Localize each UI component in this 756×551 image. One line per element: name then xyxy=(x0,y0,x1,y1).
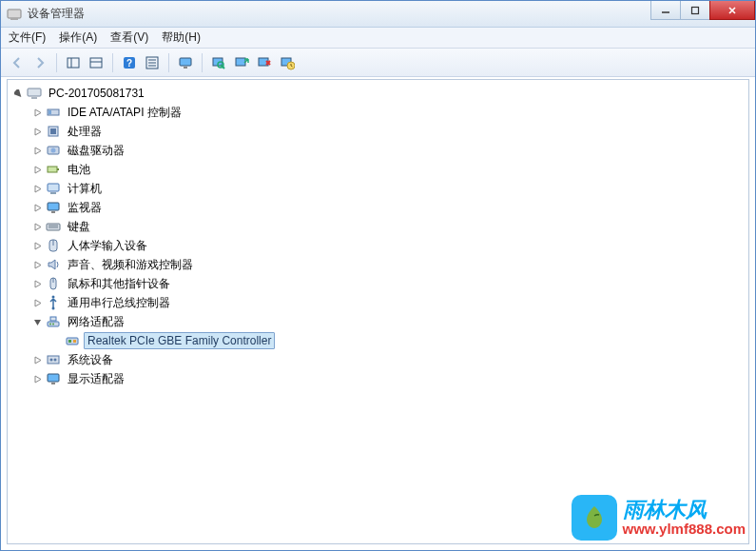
expander-closed-icon[interactable] xyxy=(30,163,44,176)
expander-closed-icon[interactable] xyxy=(30,258,44,271)
monitor-button[interactable] xyxy=(175,52,196,73)
tree-node[interactable]: 通用串行总线控制器 xyxy=(29,293,748,312)
svg-rect-35 xyxy=(51,211,55,213)
expander-closed-icon[interactable] xyxy=(30,353,44,366)
svg-rect-33 xyxy=(50,192,56,194)
svg-point-46 xyxy=(49,324,51,325)
maximize-button[interactable] xyxy=(680,1,710,20)
svg-rect-14 xyxy=(180,58,191,66)
svg-rect-32 xyxy=(48,184,59,191)
expander-closed-icon[interactable] xyxy=(30,220,44,233)
tree-node[interactable]: 处理器 xyxy=(29,122,748,141)
svg-point-54 xyxy=(54,359,57,362)
tree-node-label: 处理器 xyxy=(65,123,105,141)
tree-leaf[interactable]: Realtek PCIe GBE Family Controller xyxy=(48,331,748,350)
tree-node[interactable]: 显示适配器 xyxy=(29,369,748,388)
toolbar-sep xyxy=(112,53,113,72)
props-button[interactable] xyxy=(142,52,163,73)
audio-icon xyxy=(46,257,61,272)
tree-node-label: 监视器 xyxy=(65,199,105,217)
svg-rect-49 xyxy=(67,338,78,344)
tree-node[interactable]: 网络适配器 xyxy=(29,312,748,331)
svg-rect-48 xyxy=(50,317,56,321)
tree-node[interactable]: 系统设备 xyxy=(29,350,748,369)
svg-rect-6 xyxy=(90,58,102,68)
tree-node[interactable]: 电池 xyxy=(29,160,748,179)
svg-rect-52 xyxy=(48,356,59,364)
menu-action[interactable]: 操作(A) xyxy=(59,30,97,46)
expander-closed-icon[interactable] xyxy=(30,277,44,290)
ide-icon xyxy=(46,105,61,120)
svg-rect-1 xyxy=(10,18,18,20)
toolbar-sep xyxy=(56,53,57,72)
keyboard-icon xyxy=(46,219,61,234)
tree-node-label: 网络适配器 xyxy=(65,313,127,331)
expander-closed-icon[interactable] xyxy=(30,201,44,214)
hid-icon xyxy=(46,238,61,253)
close-button[interactable] xyxy=(709,1,755,20)
svg-rect-18 xyxy=(236,58,245,66)
svg-rect-3 xyxy=(692,7,699,13)
tree-node-label: 键盘 xyxy=(65,218,93,236)
svg-rect-4 xyxy=(68,58,79,68)
disk-icon xyxy=(46,143,61,158)
svg-rect-25 xyxy=(48,110,51,114)
tree-node-label: 计算机 xyxy=(65,180,105,198)
expander-closed-icon[interactable] xyxy=(30,296,44,309)
forward-button[interactable] xyxy=(29,52,50,73)
expander-closed-icon[interactable] xyxy=(30,372,44,385)
tree-node-label: 显示适配器 xyxy=(65,370,127,388)
tree-node[interactable]: 人体学输入设备 xyxy=(29,236,748,255)
expander-open-icon[interactable] xyxy=(11,87,25,100)
svg-rect-22 xyxy=(28,89,41,96)
menu-file[interactable]: 文件(F) xyxy=(9,30,46,46)
tree-node[interactable]: 键盘 xyxy=(29,217,748,236)
svg-rect-50 xyxy=(68,340,71,343)
tree-node-label: 鼠标和其他指针设备 xyxy=(65,275,173,293)
tree-node[interactable]: 计算机 xyxy=(29,179,748,198)
tree-leaf-label: Realtek PCIe GBE Family Controller xyxy=(84,332,275,349)
svg-point-29 xyxy=(51,148,56,153)
network-icon xyxy=(46,314,61,329)
scan-button[interactable] xyxy=(208,52,229,73)
menu-help[interactable]: 帮助(H) xyxy=(162,30,201,46)
tree-node-label: IDE ATA/ATAPI 控制器 xyxy=(65,104,184,122)
expander-closed-icon[interactable] xyxy=(30,144,44,157)
back-button[interactable] xyxy=(7,52,28,73)
tree-node[interactable]: IDE ATA/ATAPI 控制器 xyxy=(29,103,748,122)
svg-rect-55 xyxy=(48,374,59,382)
nic-icon xyxy=(65,333,80,348)
svg-text:?: ? xyxy=(126,58,132,69)
expander-closed-icon[interactable] xyxy=(30,182,44,195)
help-button[interactable]: ? xyxy=(119,52,140,73)
svg-point-43 xyxy=(52,307,55,310)
computer-icon xyxy=(27,86,42,101)
svg-rect-15 xyxy=(184,67,187,69)
tree-node[interactable]: 监视器 xyxy=(29,198,748,217)
expander-open-icon[interactable] xyxy=(30,315,44,328)
svg-point-44 xyxy=(52,296,55,299)
svg-rect-30 xyxy=(48,167,57,172)
expander-closed-icon[interactable] xyxy=(30,106,44,119)
enable-button[interactable] xyxy=(231,52,252,73)
titlebar: 设备管理器 xyxy=(1,1,755,28)
tree-node-label: 人体学输入设备 xyxy=(65,237,150,255)
frame2-button[interactable] xyxy=(86,52,107,73)
update-button[interactable] xyxy=(277,52,298,73)
svg-rect-23 xyxy=(31,97,37,99)
window-controls xyxy=(651,1,755,20)
cpu-icon xyxy=(46,124,61,139)
svg-rect-56 xyxy=(51,383,55,384)
toolbar-sep xyxy=(168,53,169,72)
minimize-button[interactable] xyxy=(650,1,681,20)
tree-node[interactable]: 磁盘驱动器 xyxy=(29,141,748,160)
remove-button[interactable] xyxy=(254,52,275,73)
menu-view[interactable]: 查看(V) xyxy=(110,30,148,46)
expander-closed-icon[interactable] xyxy=(30,239,44,252)
frame1-button[interactable] xyxy=(63,52,84,73)
expander-closed-icon[interactable] xyxy=(30,125,44,138)
tree-root[interactable]: PC-201705081731 xyxy=(10,84,748,103)
tree-node[interactable]: 鼠标和其他指针设备 xyxy=(29,274,748,293)
tree-view[interactable]: PC-201705081731 IDE ATA/ATAPI 控制器处理器磁盘驱动… xyxy=(7,79,749,544)
tree-node[interactable]: 声音、视频和游戏控制器 xyxy=(29,255,748,274)
